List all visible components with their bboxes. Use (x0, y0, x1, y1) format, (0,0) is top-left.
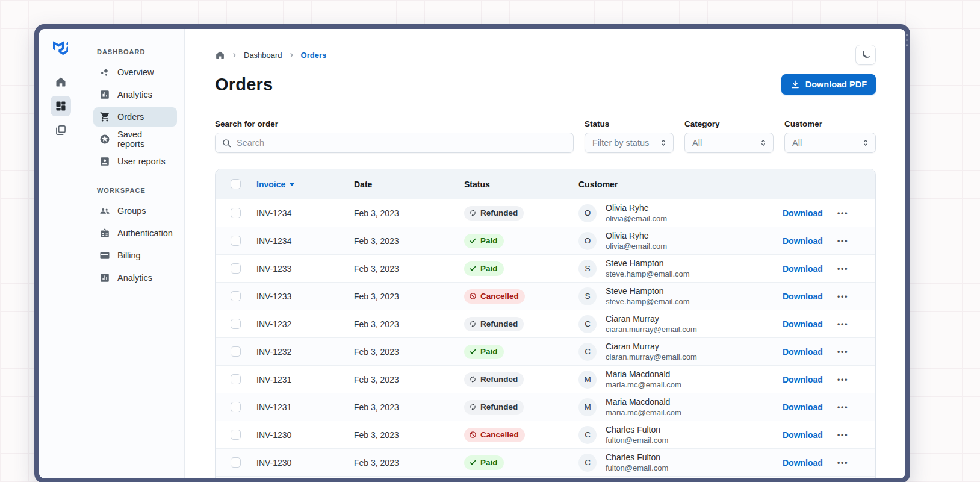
download-link[interactable]: Download (783, 402, 823, 412)
customer-name: Ciaran Murray (606, 314, 697, 324)
download-pdf-button[interactable]: Download PDF (781, 74, 876, 95)
table-row: INV-1230 Feb 3, 2023 Paid C Charles Fult… (216, 449, 875, 477)
shopping-cart-icon (99, 111, 110, 122)
sidebar-item-label: Authentication (117, 228, 173, 238)
row-checkbox[interactable] (231, 291, 241, 301)
unfold-icon (659, 139, 668, 147)
badge-icon (99, 228, 110, 239)
app-window: DASHBOARD Overview Analytics (34, 24, 910, 482)
download-link[interactable]: Download (783, 236, 823, 246)
autorenew-icon (469, 403, 477, 411)
row-menu-button[interactable]: ••• (837, 292, 849, 301)
row-checkbox[interactable] (231, 346, 241, 357)
home-icon[interactable] (215, 50, 225, 60)
app-surface: DASHBOARD Overview Analytics (39, 29, 905, 478)
row-menu-button[interactable]: ••• (837, 403, 849, 412)
invoice-cell: INV-1233 (255, 264, 353, 274)
chevron-right-icon (288, 52, 295, 58)
row-menu-button[interactable]: ••• (837, 209, 849, 218)
row-menu-button[interactable]: ••• (837, 320, 849, 328)
avatar: C (578, 343, 597, 361)
bubble-chart-icon (99, 67, 110, 78)
sort-desc-icon (290, 183, 294, 186)
row-menu-button[interactable]: ••• (837, 375, 849, 384)
sidebar-item[interactable]: Saved reports (93, 130, 177, 149)
sidebar-item[interactable]: User reports (93, 152, 177, 171)
sidebar-item[interactable]: Overview (93, 63, 177, 82)
unfold-icon (861, 139, 870, 147)
row-checkbox[interactable] (231, 457, 241, 468)
sidebar-item[interactable]: Groups (93, 201, 177, 221)
block-icon (469, 431, 477, 439)
sidebar-item-label: Saved reports (117, 130, 171, 149)
page-title: Orders (215, 75, 273, 95)
avatar: C (578, 315, 597, 333)
avatar: M (578, 371, 597, 389)
download-link[interactable]: Download (783, 264, 823, 274)
customer-name: Steve Hampton (606, 258, 690, 269)
rail-nav-button[interactable] (51, 120, 71, 140)
analytics-icon (99, 272, 110, 283)
avatar: O (578, 232, 597, 250)
rail-nav-button[interactable] (51, 96, 71, 116)
download-link[interactable]: Download (783, 292, 823, 301)
download-link[interactable]: Download (783, 319, 823, 329)
row-checkbox[interactable] (231, 208, 241, 218)
download-link[interactable]: Download (783, 430, 823, 440)
rail-nav-button[interactable] (51, 72, 71, 92)
invoice-cell: INV-1231 (255, 375, 353, 384)
invoice-cell: INV-1232 (255, 319, 353, 329)
customer-filter-select[interactable]: All (784, 133, 876, 153)
row-menu-button[interactable]: ••• (837, 264, 849, 273)
row-checkbox[interactable] (231, 402, 241, 412)
breadcrumb-dashboard[interactable]: Dashboard (244, 51, 282, 60)
category-filter-select[interactable]: All (684, 133, 774, 153)
sidebar-section-label: WORKSPACE (97, 187, 177, 194)
column-header-invoice[interactable]: Invoice (256, 180, 353, 189)
date-cell: Feb 3, 2023 (353, 347, 463, 357)
avatar: S (578, 287, 597, 305)
download-link[interactable]: Download (783, 347, 823, 357)
customer-name: Ciaran Murray (606, 342, 697, 352)
row-checkbox[interactable] (231, 236, 241, 246)
sidebar-item-label: Analytics (117, 273, 152, 283)
breadcrumb: Dashboard Orders (215, 50, 326, 60)
row-menu-button[interactable]: ••• (837, 237, 849, 245)
column-header-date: Date (353, 180, 463, 189)
status-chip: Refunded (464, 317, 524, 331)
search-input[interactable]: Search (215, 133, 574, 153)
status-chip: Cancelled (464, 428, 525, 442)
sidebar-item[interactable]: Analytics (93, 268, 177, 287)
category-filter-label: Category (684, 119, 774, 128)
customer-email: steve.hamp@email.com (606, 296, 690, 307)
download-link[interactable]: Download (783, 375, 823, 384)
search-placeholder: Search (237, 138, 264, 148)
table-row: INV-1233 Feb 3, 2023 Cancelled S Steve H… (216, 283, 875, 310)
download-link[interactable]: Download (783, 208, 823, 218)
status-chip: Paid (464, 234, 504, 248)
sidebar-item[interactable]: Authentication (93, 224, 177, 243)
chevron-right-icon (231, 52, 238, 58)
customer-email: maria.mc@email.com (606, 380, 681, 390)
row-menu-button[interactable]: ••• (837, 459, 849, 467)
breadcrumb-orders[interactable]: Orders (301, 51, 327, 60)
row-menu-button[interactable]: ••• (837, 348, 849, 356)
window-scrollbar-dots[interactable] (906, 34, 908, 46)
table-row: INV-1230 Feb 3, 2023 Cancelled C Charles… (216, 421, 875, 449)
autorenew-icon (469, 209, 477, 217)
block-icon (469, 292, 477, 300)
sidebar-item[interactable]: Orders (93, 107, 177, 127)
row-checkbox[interactable] (231, 319, 241, 329)
download-link[interactable]: Download (783, 458, 823, 468)
row-checkbox[interactable] (231, 430, 241, 440)
sidebar: DASHBOARD Overview Analytics (82, 29, 185, 478)
row-menu-button[interactable]: ••• (837, 431, 849, 439)
row-checkbox[interactable] (231, 263, 241, 274)
sidebar-item[interactable]: Analytics (93, 85, 177, 104)
sidebar-item[interactable]: Billing (93, 246, 177, 265)
status-filter-select[interactable]: Filter by status (585, 133, 674, 153)
theme-toggle-button[interactable] (855, 45, 876, 65)
select-all-checkbox[interactable] (231, 179, 241, 189)
invoice-cell: INV-1234 (255, 236, 353, 246)
row-checkbox[interactable] (231, 374, 241, 384)
